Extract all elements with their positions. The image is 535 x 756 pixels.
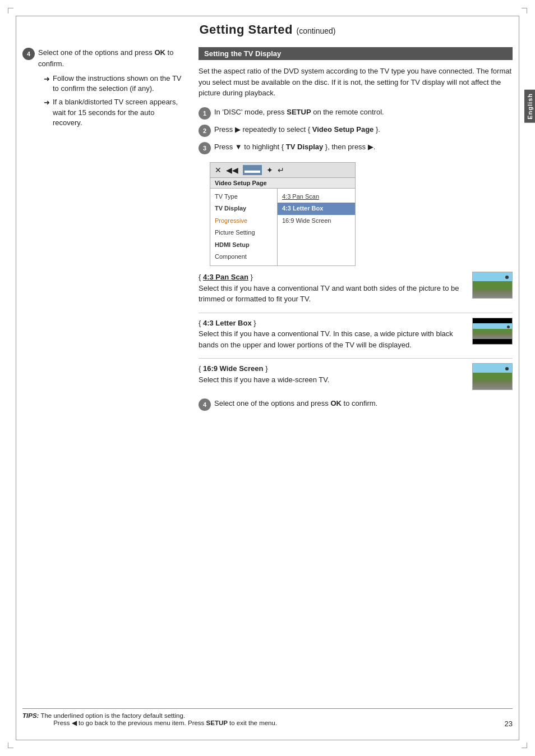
menu-item-tvdisplay: TV Display — [210, 203, 277, 215]
step-num-3: 3 — [199, 142, 211, 154]
continued-label: (continued) — [296, 26, 335, 35]
tips-line-1: The underlined option is the factory def… — [40, 712, 185, 719]
panscan-label-close: } — [248, 273, 253, 281]
widescreen-label-open: { — [199, 364, 203, 373]
widescreen-thumb-img — [472, 363, 513, 390]
letterbox-inner — [473, 323, 512, 339]
menu-item-hdmi: HDMI Setup — [210, 239, 277, 251]
panscan-thumb-img — [472, 272, 513, 299]
menu-left-panel: TV Type TV Display Progressive Picture S… — [210, 189, 278, 266]
step-1-content: In 'DISC' mode, press SETUP on the remot… — [214, 107, 513, 118]
step-num-4-left: 4 — [22, 48, 35, 60]
step-num-1: 1 — [199, 107, 211, 120]
arrow-text-1: Follow the instructions shown on the TV … — [53, 74, 185, 94]
step4r-ok: OK — [330, 399, 342, 407]
tips-setup-bold: SETUP — [206, 720, 228, 726]
corner-br — [522, 743, 527, 748]
step-num-4-right: 4 — [199, 398, 211, 411]
panscan-label-open: { — [199, 273, 203, 281]
arrow-sym-2: ➜ — [44, 97, 50, 108]
arrow-item-1: ➜ Follow the instructions shown on the T… — [44, 74, 185, 94]
letterbox-dot — [507, 326, 510, 328]
menu-item-progressive: Progressive — [210, 215, 277, 227]
step3-text-before: Press ▼ to highlight { — [214, 143, 286, 151]
panscan-label: 4:3 Pan Scan — [203, 273, 248, 281]
page-border-left — [16, 16, 16, 740]
display-option-panscan: { 4:3 Pan Scan } Select this if you have… — [199, 272, 513, 305]
left-column: 4 Select one of the options and press OK… — [22, 47, 185, 137]
step-2-content: Press ▶ repeatedly to select { Video Set… — [214, 124, 513, 135]
menu-icon-star: ✦ — [266, 166, 273, 175]
step1-after: on the remote control. — [311, 108, 384, 116]
step2-text-before: Press ▶ repeatedly to select { — [214, 125, 312, 134]
step-4-left-content: Select one of the options and press OK t… — [38, 47, 185, 131]
step4r-text-after: to confirm. — [342, 399, 377, 407]
page-border-right — [519, 16, 519, 740]
divider-1 — [199, 313, 513, 313]
step1-setup: SETUP — [287, 108, 311, 116]
right-step-3: 3 Press ▼ to highlight { TV Display }, t… — [199, 141, 513, 154]
left-step-4: 4 Select one of the options and press OK… — [22, 47, 185, 131]
menu-icon-video: ▬▬ — [243, 165, 262, 175]
widescreen-label: 16:9 Wide Screen — [203, 364, 264, 373]
arrow-sym-1: ➜ — [44, 74, 50, 85]
page-content: Getting Started (continued) 4 Select one… — [22, 22, 513, 734]
english-tab: English — [524, 90, 535, 123]
step2-text-after: }. — [373, 125, 380, 134]
letterbox-thumbnail — [472, 318, 513, 345]
step-3-content: Press ▼ to highlight { TV Display }, the… — [214, 141, 513, 153]
tips-section: TIPS: The underlined option is the facto… — [22, 708, 513, 727]
page-number: 23 — [505, 720, 513, 728]
step-num-2: 2 — [199, 125, 211, 137]
menu-right-panel: 4:3 Pan Scan 4:3 Letter Box 16:9 Wide Sc… — [278, 189, 355, 266]
menu-item-component: Component — [210, 251, 277, 263]
step2-video-setup: Video Setup Page — [312, 125, 374, 134]
arrow-item-2: ➜ If a blank/distorted TV screen appears… — [44, 97, 185, 128]
title-text: Getting Started — [199, 22, 292, 36]
right-step-4: 4 Select one of the options and press OK… — [199, 398, 513, 411]
menu-option-letterbox: 4:3 Letter Box — [278, 203, 355, 215]
corner-tl — [8, 8, 13, 13]
step4-text-before: Select one of the options and press — [38, 48, 154, 57]
menu-item-picturesetting: Picture Setting — [210, 227, 277, 239]
page-border-bottom — [16, 740, 519, 740]
corner-tr — [522, 8, 527, 13]
tips-label: TIPS: — [22, 712, 39, 719]
letterbox-text: { 4:3 Letter Box } Select this if you ha… — [199, 318, 465, 351]
right-step-1: 1 In 'DISC' mode, press SETUP on the rem… — [199, 107, 513, 120]
widescreen-desc: Select this if you have a wide-screen TV… — [199, 375, 329, 384]
right-column: Setting the TV Display Set the aspect ra… — [199, 47, 513, 416]
menu-icon-x: ✕ — [215, 166, 222, 175]
widescreen-label-close: } — [264, 364, 268, 373]
letterbox-label-open: { — [199, 319, 203, 327]
widescreen-text: { 16:9 Wide Screen } Select this if you … — [199, 363, 465, 385]
intro-paragraph: Set the aspect ratio of the DVD system a… — [199, 66, 513, 99]
step1-text: In 'DISC' mode, press — [214, 108, 287, 116]
tips-line-2-before: Press ◀ to go back to the previous menu … — [53, 720, 206, 726]
widescreen-thumb-dot — [505, 367, 509, 370]
letterbox-label-close: } — [252, 319, 256, 327]
step4-ok-bold: OK — [154, 48, 165, 57]
menu-icon-vol: ◀◀ — [226, 166, 238, 175]
menu-option-panscan: 4:3 Pan Scan — [278, 191, 355, 203]
section-header: Setting the TV Display — [199, 47, 513, 60]
panscan-text: { 4:3 Pan Scan } Select this if you have… — [199, 272, 465, 305]
menu-icon-return: ↵ — [278, 166, 284, 175]
corner-bl — [8, 743, 13, 748]
panscan-thumb-dot — [505, 276, 509, 279]
tips-line-2-after: to exit the menu. — [228, 720, 277, 726]
widescreen-thumbnail — [472, 363, 513, 390]
page-title: Getting Started (continued) — [22, 22, 513, 37]
letterbox-thumb-img — [472, 318, 513, 345]
display-option-widescreen: { 16:9 Wide Screen } Select this if you … — [199, 363, 513, 390]
two-col-layout: 4 Select one of the options and press OK… — [22, 47, 513, 416]
menu-item-tvtype: TV Type — [210, 191, 277, 203]
panscan-thumbnail — [472, 272, 513, 299]
panscan-desc: Select this if you have a conventional T… — [199, 284, 459, 304]
divider-2 — [199, 358, 513, 359]
menu-body: TV Type TV Display Progressive Picture S… — [210, 189, 355, 266]
right-step-2: 2 Press ▶ repeatedly to select { Video S… — [199, 124, 513, 137]
step-4-right-content: Select one of the options and press OK t… — [214, 398, 513, 409]
letterbox-desc: Select this if you have a conventional T… — [199, 329, 453, 349]
menu-icons-row: ✕ ◀◀ ▬▬ ✦ ↵ — [210, 163, 355, 178]
